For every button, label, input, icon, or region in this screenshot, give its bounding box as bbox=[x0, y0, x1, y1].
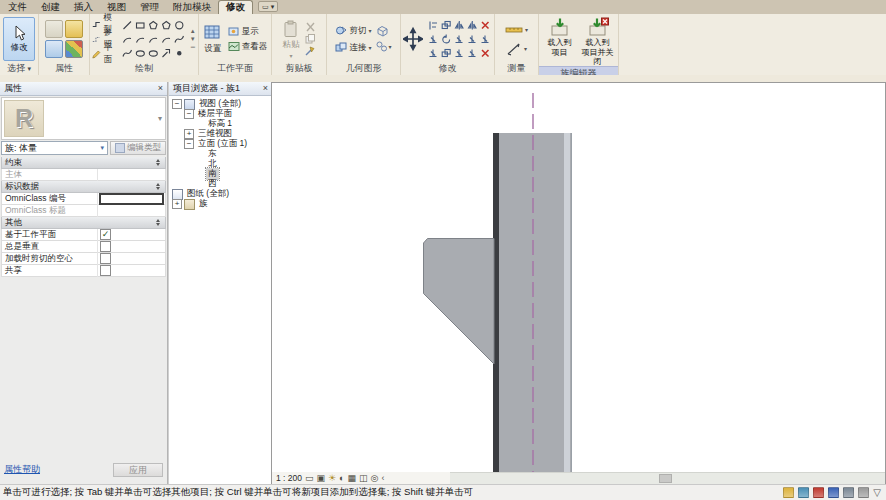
tree-item-图纸 (全部)[interactable]: 图纸 (全部) bbox=[169, 189, 272, 199]
close-icon[interactable]: × bbox=[158, 84, 163, 93]
project-browser-header[interactable]: 项目浏览器 - 族1 × bbox=[169, 82, 272, 96]
draw-grid-scroll[interactable]: ▲ ▼ ═ bbox=[190, 28, 196, 50]
workplane-show-button[interactable]: 显示 bbox=[228, 25, 268, 39]
join-geometry-button[interactable]: 连接 ▾ bbox=[335, 41, 371, 55]
scroll-up-icon[interactable]: ▲ bbox=[190, 28, 196, 34]
crop-region-icon[interactable]: ◫ bbox=[359, 473, 368, 483]
expand-icon[interactable]: + bbox=[172, 199, 182, 209]
delete-icon[interactable] bbox=[479, 46, 492, 60]
spline-through-points-icon[interactable] bbox=[121, 46, 134, 60]
tab-文件[interactable]: 文件 bbox=[1, 1, 34, 14]
properties-help-link[interactable]: 属性帮助 bbox=[4, 463, 40, 476]
panel-label-select[interactable]: 选择 ▾ bbox=[0, 62, 38, 75]
collapse-icon[interactable]: − bbox=[172, 99, 182, 109]
expand-gallery-icon[interactable]: ═ bbox=[190, 44, 196, 50]
drawing-canvas[interactable]: 1 : 200 ▭▣☀◐▦◫◎ ‹ bbox=[271, 82, 886, 484]
property-value[interactable] bbox=[98, 193, 165, 204]
tree-item-东[interactable]: 东 bbox=[169, 149, 272, 159]
collapse-icon[interactable]: − bbox=[184, 109, 194, 119]
close-icon[interactable]: × bbox=[263, 84, 268, 93]
move-cross-icon[interactable] bbox=[403, 26, 423, 52]
visual-style-icon[interactable]: ▣ bbox=[317, 473, 326, 483]
omniclass-number-input[interactable] bbox=[100, 194, 163, 204]
type-selector[interactable]: R ▾ bbox=[1, 97, 166, 140]
settings-icon[interactable] bbox=[858, 487, 869, 498]
center-ends-arc-icon[interactable] bbox=[134, 32, 147, 46]
family-category-icon[interactable] bbox=[65, 20, 83, 38]
checkbox-unchecked[interactable] bbox=[100, 241, 111, 252]
array-icon[interactable] bbox=[453, 32, 466, 46]
group-icon[interactable] bbox=[427, 46, 440, 60]
apply-button[interactable]: 应用 bbox=[113, 463, 163, 477]
property-value[interactable] bbox=[98, 265, 165, 276]
pin-left-icon[interactable] bbox=[466, 32, 479, 46]
modify-tool-button[interactable]: 修改 bbox=[3, 17, 35, 61]
unjoin-icon[interactable] bbox=[376, 41, 388, 52]
mirror-pick-axis-icon[interactable] bbox=[453, 18, 466, 32]
collapse-icon[interactable]: − bbox=[184, 139, 194, 149]
filter-icon[interactable]: ▽ bbox=[873, 488, 881, 498]
copy-icon[interactable] bbox=[305, 34, 316, 44]
worksets-icon[interactable] bbox=[798, 487, 809, 498]
worksharing-display-icon[interactable] bbox=[783, 487, 794, 498]
pick-lines-icon[interactable] bbox=[160, 46, 173, 60]
measure-caliper-icon[interactable] bbox=[506, 42, 522, 56]
properties-palette-icon[interactable] bbox=[45, 20, 63, 38]
solid-cube-icon[interactable] bbox=[376, 25, 389, 37]
family-selector-combobox[interactable]: 族: 体量 ▾ bbox=[1, 141, 108, 155]
inscribed-polygon-icon[interactable] bbox=[147, 18, 160, 32]
scroll-down-icon[interactable]: ▼ bbox=[190, 36, 196, 42]
measure-ruler-icon[interactable] bbox=[505, 26, 523, 34]
expand-icon[interactable]: + bbox=[184, 129, 194, 139]
collapse-section-icon[interactable] bbox=[155, 183, 162, 190]
property-value[interactable] bbox=[98, 169, 165, 180]
collapse-section-icon[interactable] bbox=[155, 219, 162, 226]
fillet-arc-icon[interactable] bbox=[160, 32, 173, 46]
circle-icon[interactable] bbox=[173, 18, 186, 32]
load-into-project-button[interactable]: 载入到 项目 bbox=[542, 17, 578, 57]
section-header-约束[interactable]: 约束 bbox=[1, 157, 166, 169]
ellipse-icon[interactable] bbox=[134, 46, 147, 60]
horizontal-scrollbar[interactable] bbox=[450, 472, 885, 484]
reference-plane-centerline[interactable] bbox=[527, 93, 539, 472]
checkbox-unchecked[interactable] bbox=[100, 265, 111, 276]
cut-icon[interactable] bbox=[305, 22, 316, 32]
draw-mode-plane[interactable]: 平面 bbox=[92, 47, 117, 61]
detail-level-icon[interactable]: ▭ bbox=[305, 473, 314, 483]
type-properties-icon[interactable] bbox=[65, 40, 83, 58]
mass-bracket-corbel[interactable] bbox=[423, 238, 495, 365]
property-value[interactable] bbox=[98, 253, 165, 264]
load-into-project-and-close-button[interactable]: 载入到 项目并关闭 bbox=[580, 17, 616, 66]
cut-geometry-button[interactable]: 剪切 ▾ bbox=[335, 24, 371, 38]
editable-items-icon[interactable] bbox=[813, 487, 824, 498]
tree-item-族[interactable]: +族 bbox=[169, 199, 272, 209]
split-icon[interactable] bbox=[466, 46, 479, 60]
scrollbar-thumb[interactable] bbox=[659, 474, 672, 483]
paste-button[interactable]: 粘贴 ▾ bbox=[283, 20, 300, 59]
collapse-section-icon[interactable] bbox=[155, 159, 162, 166]
section-header-标识数据[interactable]: 标识数据 bbox=[1, 181, 166, 193]
offset-icon[interactable] bbox=[440, 18, 453, 32]
tab-附加模块[interactable]: 附加模块 bbox=[166, 1, 218, 14]
start-end-radius-arc-icon[interactable] bbox=[121, 32, 134, 46]
select-toggle-icon[interactable] bbox=[843, 487, 854, 498]
property-value[interactable] bbox=[98, 205, 165, 216]
workplane-set-button[interactable]: 设置 bbox=[203, 24, 223, 55]
reveal-hidden-icon[interactable]: ◎ bbox=[371, 473, 379, 483]
circumscribed-polygon-icon[interactable] bbox=[160, 18, 173, 32]
line-icon[interactable] bbox=[121, 18, 134, 32]
property-value[interactable]: ✓ bbox=[98, 229, 165, 240]
unpin-alert-icon[interactable] bbox=[479, 18, 492, 32]
tab-创建[interactable]: 创建 bbox=[34, 1, 67, 14]
collapse-view-bar-icon[interactable]: ‹ bbox=[381, 473, 384, 483]
tab-修改[interactable]: 修改 bbox=[218, 0, 253, 14]
design-options-icon[interactable] bbox=[828, 487, 839, 498]
section-header-其他[interactable]: 其他 bbox=[1, 217, 166, 229]
view-scale[interactable]: 1 : 200 bbox=[276, 473, 302, 483]
partial-ellipse-icon[interactable] bbox=[147, 46, 160, 60]
pin-right-icon[interactable] bbox=[479, 32, 492, 46]
tree-item-南[interactable]: 南 bbox=[169, 169, 272, 179]
point-element-icon[interactable] bbox=[173, 46, 186, 60]
align-icon[interactable] bbox=[427, 18, 440, 32]
property-value[interactable] bbox=[98, 241, 165, 252]
